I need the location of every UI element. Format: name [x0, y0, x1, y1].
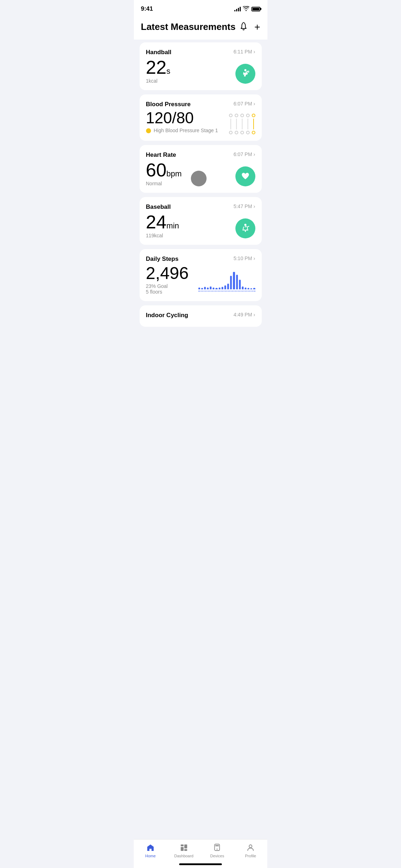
steps-title: Daily Steps [146, 255, 179, 263]
baseball-icon [235, 218, 255, 238]
header-actions: + [239, 22, 260, 32]
content-area: Handball 6:11 PM › 22s 1kcal Blood Press… [134, 40, 267, 364]
hr-icon [235, 166, 255, 186]
hr-dot [191, 171, 207, 186]
daily-steps-card[interactable]: Daily Steps 5:10 PM › 2,496 23% Goal 5 f… [140, 249, 262, 301]
indoor-cycling-card[interactable]: Indoor Cycling 4:49 PM › [140, 305, 262, 327]
bp-time: 6:07 PM › [234, 101, 255, 107]
signal-icon [234, 6, 241, 11]
baseball-title: Baseball [146, 203, 171, 211]
status-time: 9:41 [141, 5, 153, 12]
add-icon[interactable]: + [254, 22, 260, 32]
handball-title: Handball [146, 49, 172, 56]
notification-icon[interactable] [239, 22, 248, 32]
cycling-title: Indoor Cycling [146, 312, 188, 319]
steps-time: 5:10 PM › [234, 255, 255, 261]
wifi-icon [243, 6, 249, 12]
bp-status-dot [146, 128, 151, 133]
bp-status-text: High Blood Pressure Stage 1 [154, 127, 218, 134]
hr-title: Heart Rate [146, 151, 176, 159]
baseball-card[interactable]: Baseball 5:47 PM › 24min 119kcal [140, 197, 262, 245]
handball-icon [235, 64, 255, 84]
cycling-time: 4:49 PM › [234, 312, 255, 317]
handball-card[interactable]: Handball 6:11 PM › 22s 1kcal [140, 42, 262, 90]
svg-point-2 [244, 224, 246, 226]
status-bar: 9:41 [134, 0, 267, 16]
bp-chart [229, 109, 255, 134]
blood-pressure-card[interactable]: Blood Pressure 6:07 PM › 120/80 High Blo… [140, 94, 262, 141]
baseball-time: 5:47 PM › [234, 203, 255, 209]
page-title: Latest Measurements [141, 21, 236, 32]
heart-rate-card[interactable]: Heart Rate 6:07 PM › 60bpm Normal [140, 145, 262, 193]
battery-icon [251, 7, 260, 11]
handball-time: 6:11 PM › [234, 49, 255, 55]
hr-time: 6:07 PM › [234, 151, 255, 157]
bp-title: Blood Pressure [146, 101, 191, 108]
steps-chart [198, 270, 255, 295]
status-icons [234, 6, 260, 12]
page-header: Latest Measurements + [134, 16, 267, 40]
svg-point-0 [244, 69, 246, 71]
